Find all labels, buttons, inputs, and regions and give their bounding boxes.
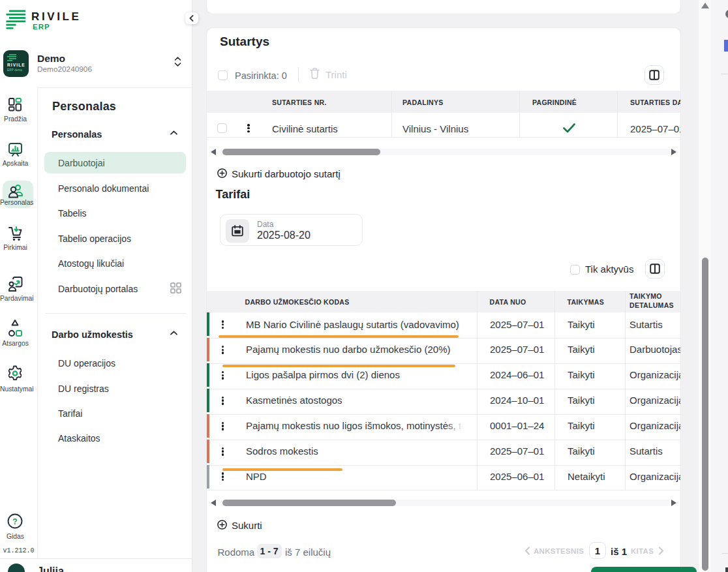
svg-text:?: ? bbox=[12, 517, 17, 526]
svg-text:RIVILE: RIVILE bbox=[7, 63, 25, 67]
svg-text:ERP demo: ERP demo bbox=[7, 68, 23, 72]
